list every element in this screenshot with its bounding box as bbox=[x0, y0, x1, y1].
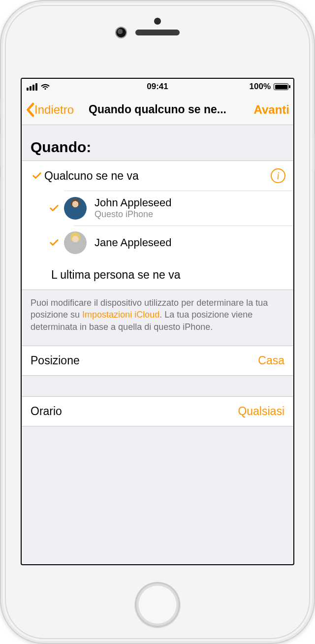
content-scroll[interactable]: Quando: Qualcuno se ne va i bbox=[22, 125, 293, 564]
checkmark-icon bbox=[44, 203, 64, 214]
position-label: Posizione bbox=[31, 354, 80, 367]
when-options-group: Qualcuno se ne va i John Appleseed Quest… bbox=[22, 161, 293, 290]
info-icon[interactable]: i bbox=[271, 168, 285, 183]
volume-down-button bbox=[0, 177, 1, 212]
person-row-jane[interactable]: Jane Appleseed bbox=[44, 225, 293, 260]
earpiece-speaker bbox=[135, 30, 180, 35]
avatar bbox=[64, 197, 87, 220]
checkmark-icon bbox=[30, 170, 44, 181]
footer-note: Puoi modificare il dispositivo utilizzat… bbox=[22, 290, 293, 346]
chevron-left-icon bbox=[26, 102, 34, 117]
checkmark-icon bbox=[44, 237, 64, 248]
option-someone-leaves[interactable]: Qualcuno se ne va i bbox=[22, 161, 293, 191]
iphone-frame: 09:41 100% Indietro Quando qualcuno se n… bbox=[0, 0, 315, 644]
nav-bar: Indietro Quando qualcuno se ne... Avanti bbox=[22, 95, 293, 125]
time-label: Orario bbox=[31, 405, 62, 418]
back-button[interactable]: Indietro bbox=[26, 102, 74, 117]
status-bar: 09:41 100% bbox=[22, 79, 293, 95]
spacer bbox=[22, 376, 293, 396]
front-camera bbox=[116, 28, 126, 37]
position-row[interactable]: Posizione Casa bbox=[22, 346, 293, 376]
people-subgroup: John Appleseed Questo iPhone Jane Apples… bbox=[22, 191, 293, 260]
person-row-john[interactable]: John Appleseed Questo iPhone bbox=[44, 191, 293, 225]
avatar bbox=[64, 231, 87, 254]
person-name: Jane Appleseed bbox=[94, 236, 172, 249]
next-button[interactable]: Avanti bbox=[254, 103, 289, 117]
icloud-settings-link[interactable]: Impostazioni iCloud bbox=[82, 310, 159, 320]
cellular-signal-icon bbox=[27, 83, 37, 91]
person-name: John Appleseed bbox=[94, 196, 172, 209]
home-button[interactable] bbox=[135, 582, 180, 627]
back-label: Indietro bbox=[34, 103, 74, 117]
wifi-icon bbox=[40, 83, 50, 91]
option-label: Qualcuno se ne va bbox=[44, 169, 271, 183]
time-value: Qualsiasi bbox=[238, 405, 284, 418]
proximity-sensor bbox=[154, 18, 161, 25]
screen: 09:41 100% Indietro Quando qualcuno se n… bbox=[21, 78, 294, 565]
person-note: Questo iPhone bbox=[94, 209, 172, 220]
volume-up-button bbox=[0, 133, 1, 167]
mute-switch bbox=[0, 98, 1, 118]
option-last-person-leaves[interactable]: L ultima persona se ne va bbox=[22, 260, 293, 290]
position-value: Casa bbox=[258, 354, 284, 367]
battery-percent: 100% bbox=[250, 82, 271, 92]
section-header-when: Quando: bbox=[22, 125, 293, 161]
time-row[interactable]: Orario Qualsiasi bbox=[22, 396, 293, 426]
option-label: L ultima persona se ne va bbox=[51, 268, 285, 282]
battery-icon bbox=[274, 83, 288, 90]
